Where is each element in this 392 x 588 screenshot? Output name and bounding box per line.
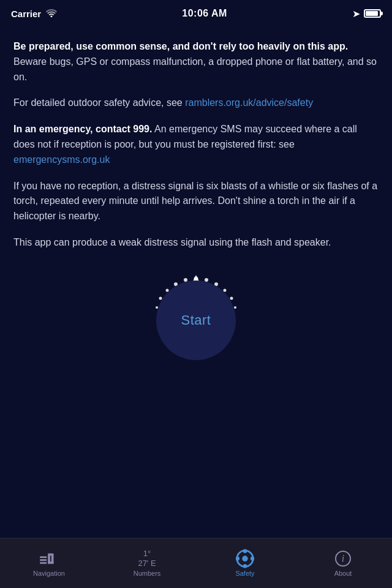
ramblers-link[interactable]: ramblers.org.uk/advice/safety [185, 97, 313, 108]
signal-paragraph: This app can produce a weak distress sig… [13, 235, 379, 251]
svg-point-5 [234, 306, 236, 309]
distress-paragraph: If you have no reception, a distress sig… [13, 179, 379, 224]
info-circle-icon: i [335, 551, 351, 567]
main-content: Be prepared, use common sense, and don't… [0, 27, 392, 538]
svg-point-20 [242, 556, 247, 561]
svg-point-4 [230, 296, 233, 300]
svg-rect-12 [40, 559, 47, 560]
tab-about-label: About [334, 570, 352, 577]
intro-paragraph: Be prepared, use common sense, and don't… [13, 39, 379, 85]
tab-safety[interactable]: Safety [196, 538, 294, 588]
navigation-icon [40, 550, 58, 567]
tab-numbers[interactable]: 1° 27′ E Numbers [98, 538, 196, 588]
safety-link-prefix: For detailed outdoor safety advice, see [13, 97, 185, 108]
start-button-label: Start [181, 312, 211, 328]
svg-rect-13 [40, 562, 47, 564]
svg-rect-17 [48, 553, 53, 556]
status-left: Carrier [11, 9, 57, 19]
svg-rect-14 [40, 556, 47, 558]
emergency-bold: In an emergency, contact 999. [13, 124, 152, 134]
status-time: 10:06 AM [182, 8, 227, 19]
tab-numbers-label: Numbers [134, 570, 161, 577]
tab-navigation-label: Navigation [33, 570, 65, 577]
start-button[interactable]: Start [156, 281, 236, 360]
emergencysms-link[interactable]: emergencysms.org.uk [13, 154, 110, 165]
start-area: Start [13, 265, 379, 382]
svg-point-21 [243, 549, 247, 553]
emergency-paragraph: In an emergency, contact 999. An emergen… [13, 122, 379, 167]
tab-bar: Navigation 1° 27′ E Numbers Safety i Abo… [0, 538, 392, 588]
tab-navigation[interactable]: Navigation [0, 538, 98, 588]
status-bar: Carrier 10:06 AM ➤ [0, 0, 392, 27]
numbers-icon: 1° 27′ E [138, 550, 156, 567]
safety-icon [236, 550, 254, 567]
status-right: ➤ [352, 8, 381, 20]
battery-icon [364, 9, 381, 18]
svg-point-24 [251, 556, 254, 560]
intro-rest: Beware bugs, GPS or compass malfunction,… [13, 56, 377, 82]
carrier-label: Carrier [11, 9, 41, 19]
svg-rect-18 [48, 561, 53, 564]
svg-point-22 [243, 564, 247, 568]
intro-bold: Be prepared, use common sense, and don't… [13, 41, 348, 51]
safety-link-paragraph: For detailed outdoor safety advice, see … [13, 96, 379, 111]
wifi-icon [46, 9, 57, 19]
svg-point-23 [236, 556, 239, 560]
about-icon: i [334, 550, 352, 567]
numbers-value: 1° 27′ E [138, 549, 156, 568]
dial-container: Start [147, 271, 245, 369]
tab-safety-label: Safety [235, 570, 254, 577]
tab-about[interactable]: i About [294, 538, 392, 588]
location-arrow-icon: ➤ [352, 8, 360, 20]
